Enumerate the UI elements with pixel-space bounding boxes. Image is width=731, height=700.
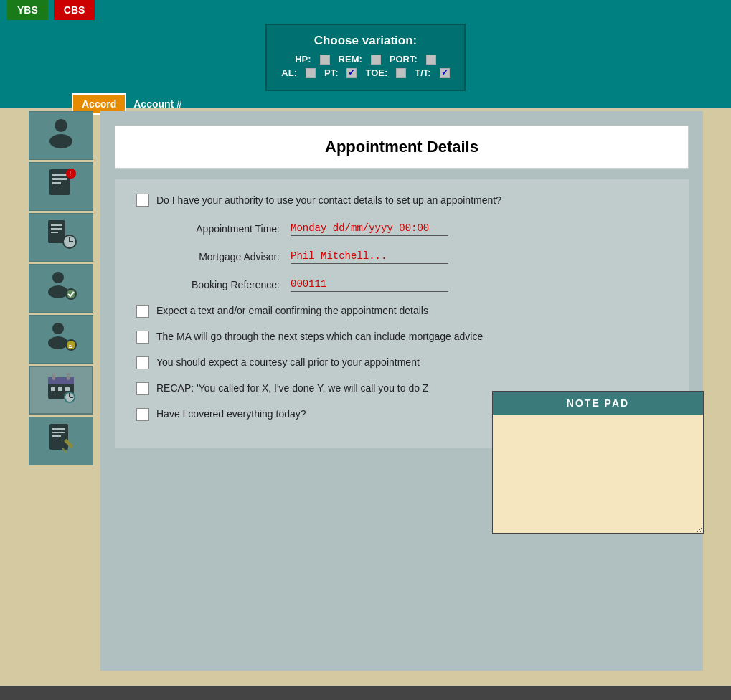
sidebar-item-person[interactable] [29, 111, 93, 160]
sidebar: ! [29, 111, 97, 468]
svg-rect-9 [51, 224, 62, 226]
mortgage-advisor-label: Mortgage Advisor: [136, 251, 280, 262]
person-icon [44, 115, 78, 156]
svg-point-19 [67, 290, 75, 298]
person-money-icon: £ [44, 319, 78, 360]
checklist-item-2: The MA will go through the next steps wh… [136, 331, 667, 344]
document-edit-icon [44, 421, 78, 462]
booking-reference-value[interactable]: 000111 [291, 277, 448, 292]
ybs-button[interactable]: YBS [7, 0, 48, 20]
choose-variation-box: Choose variation: HP: REM: PORT: AL: PT:… [265, 24, 465, 91]
svg-rect-29 [51, 387, 55, 391]
checklist-text-1: Expect a text and/or email confirming th… [156, 305, 428, 316]
port-checkbox[interactable] [426, 55, 436, 65]
checklist-checkbox-1[interactable] [136, 305, 149, 318]
booking-reference-row: Booking Reference: 000111 [136, 277, 667, 292]
appointment-header: Appointment Details [115, 126, 689, 169]
svg-rect-3 [52, 174, 67, 176]
sidebar-item-person-money[interactable]: £ [29, 315, 93, 364]
toe-checkbox[interactable] [396, 68, 406, 78]
cbs-button[interactable]: CBS [54, 0, 95, 20]
checklist-checkbox-2[interactable] [136, 331, 149, 344]
al-label: AL: [281, 67, 297, 78]
svg-rect-27 [52, 373, 55, 380]
appointment-time-row: Appointment Time: Monday dd/mm/yyyy 00:0… [136, 221, 667, 236]
checklist-checkbox-5[interactable] [136, 408, 149, 421]
document-clock-icon [44, 217, 78, 258]
svg-point-1 [49, 134, 72, 148]
svg-point-20 [52, 323, 64, 334]
pt-label: PT: [324, 67, 339, 78]
tt-label: T/T: [415, 67, 430, 78]
note-pad-textarea[interactable] [493, 415, 703, 533]
svg-rect-4 [52, 178, 67, 180]
authority-text: Do I have your authority to use your con… [156, 194, 501, 206]
svg-text:£: £ [69, 342, 72, 349]
hp-checkbox[interactable] [320, 55, 330, 65]
appointment-time-label: Appointment Time: [136, 223, 280, 235]
note-pad: NOTE PAD [492, 391, 704, 534]
choose-variation-title: Choose variation: [281, 34, 449, 48]
svg-point-0 [55, 119, 67, 132]
account-label: Account # [133, 98, 182, 110]
checklist-text-3: You should expect a courtesy call prior … [156, 356, 420, 368]
authority-checkbox[interactable] [136, 194, 149, 207]
note-pad-header: NOTE PAD [493, 392, 703, 415]
top-bar-buttons: YBS CBS [0, 0, 731, 20]
mortgage-advisor-value[interactable]: Phil Mitchell... [291, 249, 448, 264]
svg-rect-10 [51, 228, 62, 230]
checklist-text-4: RECAP: 'You called for X, I've done Y, w… [156, 382, 428, 394]
al-checkbox[interactable] [306, 68, 316, 78]
person-check-icon [44, 268, 78, 309]
svg-rect-38 [52, 432, 65, 433]
variation-area: Choose variation: HP: REM: PORT: AL: PT:… [0, 20, 731, 95]
document-alert-icon: ! [44, 166, 78, 207]
svg-point-16 [52, 272, 64, 283]
sidebar-item-document-edit[interactable] [29, 417, 93, 465]
checklist-checkbox-3[interactable] [136, 356, 149, 369]
svg-rect-28 [67, 373, 70, 380]
sidebar-item-document-alert[interactable]: ! [29, 162, 93, 211]
port-label: PORT: [390, 54, 418, 65]
tt-checkbox[interactable] [440, 68, 450, 78]
variation-row-2: AL: PT: TOE: T/T: [281, 67, 449, 78]
checklist-text-2: The MA will go through the next steps wh… [156, 331, 483, 342]
svg-point-21 [48, 336, 68, 349]
svg-rect-5 [52, 182, 61, 184]
top-bar: YBS CBS Choose variation: HP: REM: PORT:… [0, 0, 731, 108]
mortgage-advisor-row: Mortgage Advisor: Phil Mitchell... [136, 249, 667, 264]
checklist-item-3: You should expect a courtesy call prior … [136, 356, 667, 369]
svg-text:!: ! [69, 170, 71, 178]
sidebar-item-document-clock[interactable] [29, 213, 93, 262]
variation-row-1: HP: REM: PORT: [281, 54, 449, 65]
pt-checkbox[interactable] [346, 68, 357, 78]
svg-rect-11 [51, 232, 58, 233]
rem-checkbox[interactable] [371, 55, 381, 65]
svg-rect-39 [52, 435, 61, 437]
hp-label: HP: [295, 54, 311, 65]
calendar-icon [44, 370, 78, 411]
bottom-bar [0, 686, 731, 700]
svg-rect-30 [58, 387, 62, 391]
sidebar-item-calendar[interactable] [29, 366, 93, 415]
booking-reference-label: Booking Reference: [136, 279, 280, 290]
appointment-time-value[interactable]: Monday dd/mm/yyyy 00:00 [291, 221, 448, 236]
checklist-text-5: Have I covered everything today? [156, 408, 306, 420]
checklist-checkbox-4[interactable] [136, 382, 149, 395]
svg-point-17 [48, 285, 68, 298]
checklist-item-1: Expect a text and/or email confirming th… [136, 305, 667, 318]
rem-label: REM: [339, 54, 362, 65]
sidebar-item-person-check[interactable] [29, 264, 93, 313]
svg-rect-31 [65, 387, 70, 391]
toe-label: TOE: [365, 67, 387, 78]
authority-row: Do I have your authority to use your con… [136, 194, 667, 207]
svg-rect-26 [48, 377, 74, 384]
svg-rect-37 [52, 428, 65, 430]
